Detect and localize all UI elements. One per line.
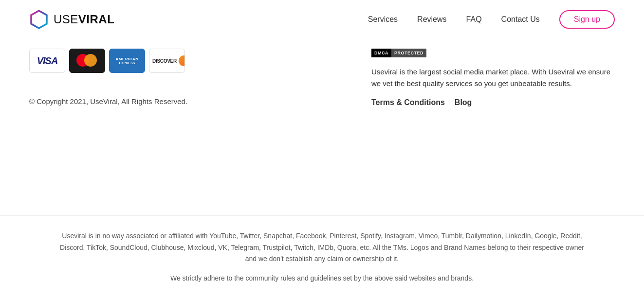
amex-inner: AMERICAN EXPRESS — [115, 57, 138, 65]
mastercard-circles — [76, 54, 98, 68]
nav-link-services[interactable]: Services — [368, 15, 398, 24]
signup-button[interactable]: Sign up — [559, 10, 615, 29]
nav-link-faq[interactable]: FAQ — [466, 15, 482, 24]
amex-card: AMERICAN EXPRESS — [109, 49, 145, 73]
svg-marker-0 — [31, 11, 47, 28]
copyright-text: © Copyright 2021, UseViral, All Rights R… — [29, 97, 187, 106]
logo: USEVIRAL — [29, 10, 114, 29]
mastercard-card — [69, 49, 105, 73]
footer-description: Useviral is the largest social media mar… — [371, 66, 615, 89]
footer-links: Terms & Conditions Blog — [371, 98, 615, 107]
footer-main: VISA AMERICAN EXPRESS — [0, 39, 644, 215]
blog-link[interactable]: Blog — [455, 98, 472, 107]
disclaimer-area: Useviral is in no way associated or affi… — [0, 215, 644, 299]
community-text: We strictly adhere to the community rule… — [103, 273, 541, 284]
terms-link[interactable]: Terms & Conditions — [371, 98, 445, 107]
page-wrapper: USEVIRAL Services Reviews FAQ Contact Us… — [0, 0, 644, 299]
discover-content: DISCOVER — [149, 55, 184, 66]
disclaimer-main-text: Useviral is in no way associated or affi… — [55, 230, 590, 265]
amex-text: AMERICAN — [115, 57, 138, 61]
discover-text: DISCOVER — [152, 58, 177, 64]
footer-right: DMCA PROTECTED Useviral is the largest s… — [371, 49, 615, 206]
amex-name: EXPRESS — [119, 61, 135, 65]
visa-card: VISA — [29, 49, 65, 73]
discover-circle — [179, 55, 185, 66]
dmca-badge: DMCA PROTECTED — [371, 49, 615, 57]
nav-area: USEVIRAL Services Reviews FAQ Contact Us… — [0, 0, 644, 39]
logo-icon — [29, 10, 49, 29]
dmca-protected-label: PROTECTED — [391, 49, 426, 57]
nav-links: Services Reviews FAQ Contact Us Sign up — [368, 10, 615, 29]
nav-link-contact[interactable]: Contact Us — [501, 15, 540, 24]
visa-text: VISA — [37, 55, 58, 67]
footer-left: VISA AMERICAN EXPRESS — [29, 49, 187, 206]
discover-card: DISCOVER — [149, 49, 185, 73]
nav-link-reviews[interactable]: Reviews — [417, 15, 446, 24]
dmca-label: DMCA — [371, 49, 391, 57]
mc-circle-right — [84, 54, 97, 67]
payment-cards: VISA AMERICAN EXPRESS — [29, 49, 187, 73]
logo-text: USEVIRAL — [54, 13, 114, 26]
